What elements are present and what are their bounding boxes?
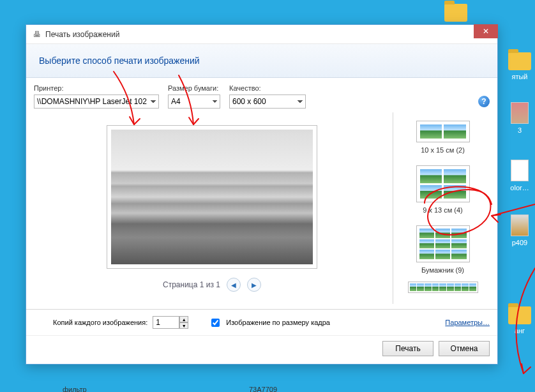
copies-input[interactable] [153,316,179,329]
folder-icon [508,306,531,324]
layout-option-9up[interactable]: Бумажник (9) [397,221,488,280]
folder-icon [508,52,531,70]
copies-up-button[interactable]: ▲ [179,316,188,322]
close-icon: ✕ [483,27,489,36]
document-icon [511,160,529,181]
preview-frame [107,125,317,269]
parameters-link[interactable]: Параметры… [445,319,490,326]
fit-checkbox[interactable] [211,319,220,327]
preview-image [111,130,313,264]
layout-option-2up[interactable]: 10 x 15 см (2) [397,116,488,160]
desktop-item-5[interactable]: p409 [504,215,535,246]
footer-row: Копий каждого изображения: ▲ ▼ Изображен… [26,309,497,335]
printer-label: Принтер: [34,84,159,92]
window-title: Печать изображений [45,30,119,39]
paper-group: Размер бумаги: A4 [168,84,220,109]
folder-icon [444,4,467,22]
quality-select[interactable]: 600 x 600 [229,94,306,109]
quality-group: Качество: 600 x 600 [229,84,306,109]
layout-thumb-icon [416,121,470,142]
pager: Страница 1 из 1 ◀ ▶ [163,278,261,292]
desktop-folder-icon[interactable] [441,4,471,24]
desktop-item-4[interactable]: olor… [504,160,535,192]
instruction-header: Выберите способ печати изображений [26,44,497,78]
cancel-button[interactable]: Отмена [439,341,490,356]
fragment-text: фильтр [63,386,87,392]
layout-option-4up[interactable]: 9 x 13 см (4) [397,161,488,220]
desktop-label: olor… [504,184,535,192]
paper-size-select[interactable]: A4 [168,94,220,109]
fit-label: Изображение по размеру кадра [226,319,330,326]
copies-label: Копий каждого изображения: [53,319,147,326]
prev-page-button[interactable]: ◀ [227,278,241,292]
layout-options-pane[interactable]: 10 x 15 см (2) 9 x 13 см (4) Бумажник (9… [393,112,492,304]
dialog-body: Страница 1 из 1 ◀ ▶ 10 x 15 см (2) [26,112,497,309]
desktop-label: ятый [504,73,535,80]
instruction-text: Выберите способ печати изображений [39,56,485,66]
print-settings-row: Принтер: \\DOMASHNIY\HP LaserJet 1020 Ра… [26,78,497,112]
desktop-label: 3 [504,126,535,134]
close-button[interactable]: ✕ [474,24,498,38]
help-icon: ? [481,97,486,106]
layout-thumb-icon [416,165,470,202]
layout-label: 10 x 15 см (2) [400,146,485,154]
copies-spinner: ▲ ▼ [153,316,188,329]
print-button[interactable]: Печать [382,341,433,356]
quality-label: Качество: [229,84,306,92]
printer-group: Принтер: \\DOMASHNIY\HP LaserJet 1020 [34,84,159,109]
print-dialog: 🖶 Печать изображений ✕ Выберите способ п… [26,24,498,365]
layout-label: Бумажник (9) [400,266,485,274]
desktop-label: p409 [504,239,535,246]
desktop-folder-2[interactable]: ятый [504,52,535,80]
fragment-text: 73A7709 [249,386,277,392]
next-page-button[interactable]: ▶ [247,278,261,292]
desktop-item-3[interactable]: 3 [504,102,535,134]
paper-label: Размер бумаги: [168,84,220,92]
chevron-left-icon: ◀ [231,282,236,289]
document-icon [511,102,529,124]
help-button[interactable]: ? [478,96,490,107]
layout-thumb-icon [416,225,470,262]
desktop-folder-6[interactable]: анг [504,306,535,335]
layout-label: 9 x 13 см (4) [400,206,485,214]
layout-option-strip[interactable] [397,281,488,303]
printer-icon: 🖶 [33,30,41,39]
preview-pane: Страница 1 из 1 ◀ ▶ [31,112,393,304]
titlebar[interactable]: 🖶 Печать изображений ✕ [26,25,497,44]
pager-text: Страница 1 из 1 [163,280,220,289]
chevron-right-icon: ▶ [252,282,257,289]
action-buttons: Печать Отмена [26,335,497,364]
layout-thumb-icon [408,282,478,293]
desktop-label: анг [504,327,535,335]
printer-select[interactable]: \\DOMASHNIY\HP LaserJet 1020 [34,94,159,109]
copies-down-button[interactable]: ▼ [179,322,188,329]
document-icon [511,215,529,236]
